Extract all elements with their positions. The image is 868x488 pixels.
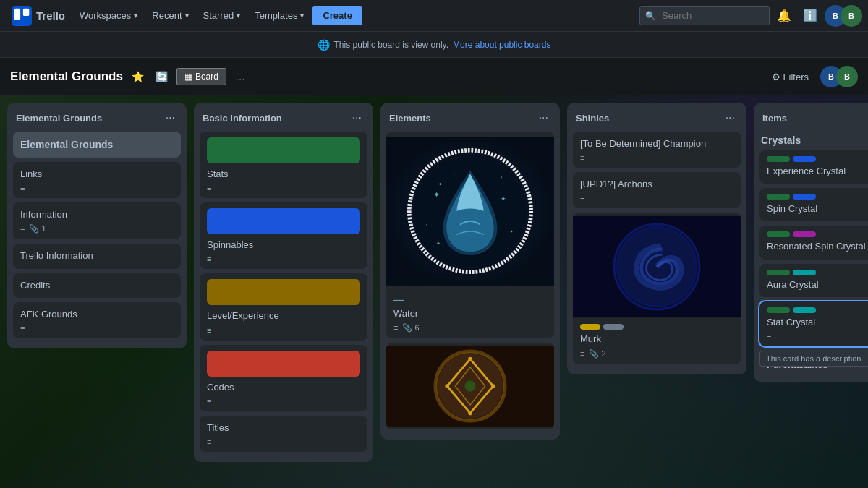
subsection-crystals: Crystals [760, 132, 868, 150]
list-menu-button[interactable]: ··· [163, 110, 178, 126]
more-options-icon[interactable]: … [232, 68, 248, 85]
svg-point-25 [445, 384, 449, 388]
description-icon: ≡ [580, 194, 584, 202]
svg-point-6 [439, 183, 441, 185]
list-header-elemental-grounds: Elemental Grounds ··· [7, 103, 187, 132]
star-icon[interactable]: ⭐ [129, 68, 147, 85]
svg-text:✦: ✦ [436, 240, 441, 247]
card-resonated-spin-crystal[interactable]: Resonated Spin Crystal [760, 226, 868, 259]
avatar-secondary[interactable]: B [841, 5, 862, 27]
card-title: Stat Crystal [767, 316, 868, 329]
board-view-button[interactable]: ▦ Board [176, 68, 226, 85]
info-icon: ℹ️ [803, 9, 817, 22]
card-level-experience[interactable]: Level/Experience ≡ [200, 273, 367, 340]
list-menu-button[interactable]: ··· [349, 110, 365, 126]
svg-text:✦: ✦ [433, 190, 440, 199]
templates-button[interactable]: Templates ▾ [249, 6, 310, 25]
card-meta: ≡ [580, 153, 733, 162]
card-title: Resonated Spin Crystal [767, 240, 868, 253]
search-input[interactable] [639, 6, 770, 25]
card-stat-crystal[interactable]: Stat Crystal ≡ This card has a descripti… [760, 301, 868, 346]
board-canvas: Elemental Grounds ··· Elemental Grounds … [0, 95, 868, 488]
card-murk[interactable]: Murk ≡ 📎 2 [573, 213, 741, 364]
svg-rect-1 [14, 8, 20, 20]
card-labels [767, 270, 868, 275]
public-banner: 🌐 This public board is view only. More a… [0, 32, 868, 58]
card-earth[interactable] [386, 343, 554, 429]
list-body-elements: ✦ ✦ ✦ ━━ Water ≡ 📎 6 [380, 132, 560, 440]
card-title: AFK Grounds [20, 308, 174, 321]
svg-point-20 [465, 381, 476, 392]
sync-icon[interactable]: 🔄 [153, 68, 171, 85]
board-title: Elemental Grounds [10, 69, 123, 84]
list-basic-information: Basic Information ··· Stats ≡ Spinnables… [194, 103, 373, 462]
card-meta: ≡ [20, 184, 174, 192]
chevron-down-icon: ▾ [134, 12, 137, 20]
card-title: Links [20, 168, 174, 181]
card-links[interactable]: Links ≡ [13, 162, 181, 198]
card-meta: ≡ 📎 1 [20, 224, 174, 234]
card-meta: ≡ 📎 6 [393, 323, 547, 333]
bell-icon: 🔔 [777, 9, 791, 22]
card-color-band-red [207, 351, 360, 377]
list-header-elements: Elements ··· [380, 103, 560, 132]
list-menu-button[interactable]: ··· [723, 110, 738, 126]
card-titles[interactable]: Titles ≡ [200, 416, 367, 452]
tooltip-stat-crystal: This card has a description. [760, 351, 868, 367]
svg-point-7 [501, 176, 502, 178]
recent-button[interactable]: Recent ▾ [146, 6, 194, 25]
card-title: Elemental Grounds [20, 139, 174, 150]
svg-point-9 [511, 231, 513, 233]
card-labels [767, 307, 868, 313]
description-icon: ≡ [207, 254, 211, 263]
starred-button[interactable]: Starred ▾ [197, 6, 247, 25]
create-button[interactable]: Create [312, 6, 362, 25]
search-icon: 🔍 [645, 11, 656, 21]
notifications-button[interactable]: 🔔 [773, 4, 796, 27]
card-water[interactable]: ✦ ✦ ✦ ━━ Water ≡ 📎 6 [386, 132, 554, 338]
description-icon: ≡ [20, 225, 25, 234]
description-icon: ≡ [767, 332, 771, 341]
card-meta: ≡ [20, 324, 174, 333]
info-button[interactable]: ℹ️ [799, 4, 822, 27]
workspaces-button[interactable]: Workspaces ▾ [74, 6, 143, 25]
card-title: Titles [207, 421, 360, 435]
filters-button[interactable]: ⚙ Filters [766, 69, 814, 85]
list-menu-button[interactable]: ··· [536, 110, 551, 126]
list-body-shinies: [To Be Determined] Champion ≡ [UPD1?] Ar… [567, 132, 746, 374]
list-title-basic-information: Basic Information [203, 113, 282, 124]
card-elemental-grounds-main[interactable]: Elemental Grounds [13, 132, 181, 158]
card-aura-crystal[interactable]: Aura Crystal [760, 264, 868, 297]
public-boards-link[interactable]: More about public boards [453, 40, 550, 50]
card-color-band-blue [207, 208, 360, 234]
top-nav: Trello Workspaces ▾ Recent ▾ Starred ▾ T… [0, 0, 868, 32]
list-body-basic-information: Stats ≡ Spinnables ≡ Level/Experience ≡ [194, 132, 373, 462]
list-header-shinies: Shinies ··· [567, 103, 746, 132]
card-champion[interactable]: [To Be Determined] Champion ≡ [573, 132, 741, 168]
card-stats[interactable]: Stats ≡ [200, 132, 367, 198]
attachment-icon: 📎 1 [29, 224, 46, 234]
board-header: Elemental Grounds ⭐ 🔄 ▦ Board … ⚙ Filter… [0, 58, 868, 95]
card-experience-crystal[interactable]: Experience Crystal [760, 150, 868, 184]
list-title-items: Items [762, 113, 787, 124]
card-afk-grounds[interactable]: AFK Grounds ≡ [13, 302, 181, 338]
card-codes[interactable]: Codes ≡ [200, 345, 367, 411]
card-title: Murk [580, 333, 733, 346]
svg-text:✦: ✦ [501, 195, 506, 202]
trello-logo[interactable]: Trello [6, 6, 71, 26]
banner-text: This public board is view only. [334, 40, 449, 50]
list-body-items: Crystals Experience Crystal Spin Crystal [754, 132, 868, 382]
card-trello-information[interactable]: Trello Information [13, 244, 181, 268]
card-archons[interactable]: [UPD1?] Archons ≡ [573, 172, 741, 208]
card-title: Trello Information [20, 249, 174, 262]
board-avatar-secondary[interactable]: B [836, 66, 858, 87]
card-information[interactable]: Information ≡ 📎 1 [13, 202, 181, 239]
user-avatars: B B [825, 5, 862, 27]
card-spin-crystal[interactable]: Spin Crystal [760, 188, 868, 221]
card-title: Stats [207, 168, 360, 181]
card-title: Spinnables [207, 239, 360, 252]
card-credits[interactable]: Credits [13, 273, 181, 298]
card-labels [767, 194, 868, 200]
card-meta: ≡ [767, 332, 868, 341]
card-spinnables[interactable]: Spinnables ≡ [200, 202, 367, 269]
